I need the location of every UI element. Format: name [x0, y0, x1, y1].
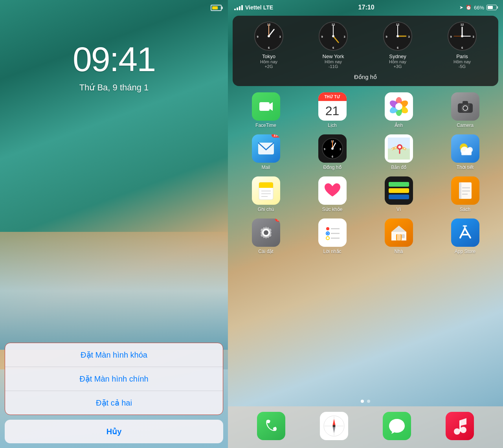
- svg-text:6: 6: [397, 46, 398, 50]
- settings-badge: 1: [275, 218, 280, 222]
- tokyo-clock-face: 12 3 6 9: [254, 21, 284, 51]
- reminders-app[interactable]: Lời nhắc: [302, 218, 362, 254]
- camera-label: Camera: [457, 123, 474, 128]
- clock-widget[interactable]: 12 3 6 9 Tokyo Hôm nay +2G: [233, 16, 498, 86]
- home-app[interactable]: Nhà: [369, 218, 429, 254]
- weather-app[interactable]: Thời tiết: [435, 134, 495, 170]
- phone-dock-icon: [257, 412, 285, 440]
- photos-flower-icon: [389, 96, 409, 117]
- wallet-app[interactable]: Ví: [369, 176, 429, 212]
- svg-text:3: 3: [472, 35, 474, 39]
- lock-battery-fill: [212, 6, 218, 9]
- camera-app[interactable]: Camera: [435, 92, 495, 128]
- maps-app[interactable]: Bản đồ: [369, 134, 429, 170]
- phone-svg-icon: [263, 418, 279, 434]
- home-app-label: Nhà: [394, 249, 403, 254]
- settings-app[interactable]: 1 Cài đặt: [236, 218, 296, 254]
- svg-point-79: [264, 230, 268, 235]
- app-grid-row4: 1 Cài đặt: [228, 218, 503, 261]
- messages-svg-icon: [387, 417, 406, 435]
- facetime-camera-icon: [258, 98, 274, 115]
- svg-text:9: 9: [386, 35, 387, 39]
- action-sheet-container: Đặt Màn hình khóa Đặt Màn hình chính Đặt…: [0, 343, 228, 448]
- wallet-card-green: [389, 182, 409, 187]
- calendar-month-label: THỨ TƯ: [324, 95, 340, 99]
- svg-point-62: [398, 146, 401, 149]
- messages-dock-icon: [383, 412, 411, 440]
- phone-dock-app[interactable]: [257, 412, 285, 440]
- signal-bar-1: [234, 9, 236, 10]
- mail-label: Mail: [261, 165, 270, 170]
- photos-icon: [385, 92, 413, 121]
- reminders-svg-icon: [322, 222, 343, 243]
- facetime-label: FaceTime: [255, 123, 276, 128]
- home-screen: Viettel LTE 17:10 ➤ ⏰ 66% 12 3 6 9: [228, 0, 503, 448]
- svg-text:9: 9: [257, 35, 258, 39]
- svg-text:9: 9: [450, 35, 452, 39]
- set-lock-screen-button[interactable]: Đặt Màn hình khóa: [5, 343, 223, 367]
- calendar-icon: THỨ TƯ 21: [318, 92, 347, 121]
- health-app[interactable]: Sức khỏe: [302, 176, 362, 212]
- safari-dock-app[interactable]: [320, 412, 348, 440]
- music-dock-app[interactable]: [446, 412, 474, 440]
- svg-rect-91: [397, 234, 401, 241]
- svg-rect-67: [461, 151, 472, 155]
- calendar-day-container: 21: [325, 101, 340, 121]
- svg-text:12: 12: [461, 23, 464, 26]
- calendar-day-number: 21: [325, 104, 340, 118]
- reminders-icon: [318, 218, 347, 247]
- home-icon: [385, 218, 413, 247]
- clock-app-label: Đồng hồ: [323, 165, 341, 170]
- svg-point-81: [326, 227, 329, 230]
- svg-marker-35: [270, 102, 273, 111]
- svg-rect-80: [323, 223, 342, 242]
- appstore-app[interactable]: App Store: [435, 218, 495, 254]
- paris-label: Paris Hôm nay -5G: [453, 53, 471, 69]
- notes-app[interactable]: Ghi chú: [236, 176, 296, 212]
- lock-date: Thứ Ba, 9 tháng 1: [0, 83, 228, 93]
- set-home-screen-button[interactable]: Đặt Màn hình chính: [5, 367, 223, 391]
- app-grid-row3: Ghi chú Sức khỏe Ví: [228, 176, 503, 218]
- facetime-app[interactable]: FaceTime: [236, 92, 296, 128]
- svg-text:6: 6: [461, 46, 463, 50]
- clock-app-svg: 12 3 6 9: [321, 138, 343, 160]
- wallet-label: Ví: [397, 207, 401, 212]
- clocks-row: 12 3 6 9 Tokyo Hôm nay +2G: [237, 21, 494, 69]
- messages-dock-app[interactable]: [383, 412, 411, 440]
- svg-marker-108: [459, 418, 466, 426]
- svg-point-8: [268, 35, 270, 37]
- clock-app[interactable]: 12 3 6 9 Đồng hồ: [302, 134, 362, 170]
- location-icon: ➤: [459, 5, 463, 10]
- svg-point-84: [327, 233, 329, 234]
- newyork-label: New York Hôm nay -11G: [323, 53, 344, 69]
- cancel-button[interactable]: Hủy: [5, 420, 223, 443]
- camera-svg-icon: [457, 99, 474, 114]
- network-label: LTE: [263, 4, 273, 11]
- photos-app[interactable]: Ảnh: [369, 92, 429, 128]
- svg-point-16: [332, 35, 334, 37]
- page-dot-2: [367, 400, 370, 403]
- page-dot-1: [361, 400, 364, 403]
- app-grid-row2: 199 Mail 12 3 6 9: [228, 134, 503, 176]
- wallet-card-yellow: [389, 188, 409, 193]
- mail-app[interactable]: 199 Mail: [236, 134, 296, 170]
- svg-text:6: 6: [332, 155, 333, 158]
- photos-label: Ảnh: [395, 123, 403, 128]
- weather-svg-icon: [455, 140, 475, 157]
- appstore-svg-icon: [456, 224, 474, 242]
- set-both-button[interactable]: Đặt cả hai: [5, 391, 223, 415]
- settings-gear-icon: [257, 223, 275, 242]
- svg-point-47: [468, 104, 470, 106]
- status-right: ➤ ⏰ 66%: [459, 5, 497, 11]
- battery-fill: [488, 6, 493, 9]
- health-label: Sức khỏe: [322, 207, 343, 212]
- mail-icon: 199: [252, 134, 280, 163]
- maps-label: Bản đồ: [391, 165, 406, 170]
- battery-pct: 66%: [474, 5, 484, 11]
- home-svg-icon: [390, 223, 408, 242]
- books-app[interactable]: Sách: [435, 176, 495, 212]
- calendar-app[interactable]: THỨ TƯ 21 Lịch: [302, 92, 362, 128]
- signal-bar-3: [239, 6, 240, 10]
- svg-rect-75: [459, 182, 461, 199]
- svg-text:9: 9: [324, 148, 325, 151]
